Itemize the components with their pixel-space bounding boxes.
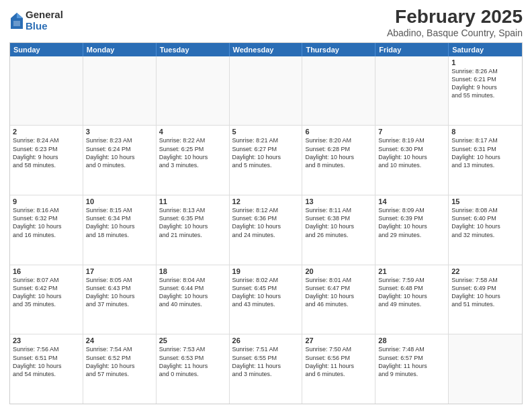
day-info: Sunrise: 8:09 AM Sunset: 6:39 PM Dayligh… — [378, 206, 445, 239]
day-info: Sunrise: 8:26 AM Sunset: 6:21 PM Dayligh… — [451, 67, 519, 100]
calendar: SundayMondayTuesdayWednesdayThursdayFrid… — [9, 42, 523, 404]
cal-row-5: 23Sunrise: 7:56 AM Sunset: 6:51 PM Dayli… — [10, 334, 522, 404]
day-info: Sunrise: 8:02 AM Sunset: 6:45 PM Dayligh… — [232, 276, 300, 309]
cal-header-saturday: Saturday — [449, 43, 522, 56]
cal-cell — [10, 56, 83, 126]
svg-marker-1 — [17, 13, 23, 18]
day-number: 6 — [305, 128, 372, 136]
day-info: Sunrise: 8:08 AM Sunset: 6:40 PM Dayligh… — [451, 206, 519, 239]
cal-cell — [83, 56, 157, 126]
day-info: Sunrise: 8:05 AM Sunset: 6:43 PM Dayligh… — [86, 276, 153, 309]
cal-cell: 5Sunrise: 8:21 AM Sunset: 6:27 PM Daylig… — [230, 126, 303, 195]
calendar-title: February 2025 — [387, 7, 523, 28]
cal-cell — [375, 56, 449, 126]
day-info: Sunrise: 8:16 AM Sunset: 6:32 PM Dayligh… — [13, 206, 80, 239]
day-info: Sunrise: 8:15 AM Sunset: 6:34 PM Dayligh… — [86, 206, 153, 239]
cal-cell: 17Sunrise: 8:05 AM Sunset: 6:43 PM Dayli… — [83, 265, 157, 334]
cal-header-monday: Monday — [83, 43, 157, 56]
logo-icon — [9, 11, 24, 30]
day-info: Sunrise: 7:50 AM Sunset: 6:56 PM Dayligh… — [305, 345, 372, 378]
cal-header-tuesday: Tuesday — [157, 43, 230, 56]
logo: General Blue — [9, 9, 63, 32]
day-info: Sunrise: 7:59 AM Sunset: 6:48 PM Dayligh… — [378, 276, 445, 309]
cal-header-wednesday: Wednesday — [230, 43, 303, 56]
cal-cell: 3Sunrise: 8:23 AM Sunset: 6:24 PM Daylig… — [83, 126, 157, 195]
day-number: 17 — [86, 267, 153, 275]
cal-cell: 10Sunrise: 8:15 AM Sunset: 6:34 PM Dayli… — [83, 195, 157, 265]
cal-cell: 8Sunrise: 8:17 AM Sunset: 6:31 PM Daylig… — [449, 126, 522, 195]
cal-cell: 20Sunrise: 8:01 AM Sunset: 6:47 PM Dayli… — [302, 265, 375, 334]
day-number: 9 — [13, 197, 80, 205]
day-number: 15 — [451, 197, 519, 205]
cal-header-friday: Friday — [375, 43, 449, 56]
day-number: 20 — [305, 267, 372, 275]
cal-cell: 13Sunrise: 8:11 AM Sunset: 6:38 PM Dayli… — [302, 195, 375, 265]
cal-cell: 18Sunrise: 8:04 AM Sunset: 6:44 PM Dayli… — [157, 265, 230, 334]
day-info: Sunrise: 8:21 AM Sunset: 6:27 PM Dayligh… — [232, 136, 300, 169]
day-info: Sunrise: 8:24 AM Sunset: 6:23 PM Dayligh… — [13, 136, 80, 169]
day-info: Sunrise: 8:13 AM Sunset: 6:35 PM Dayligh… — [159, 206, 226, 239]
cal-header-thursday: Thursday — [302, 43, 375, 56]
cal-row-4: 16Sunrise: 8:07 AM Sunset: 6:42 PM Dayli… — [10, 265, 522, 334]
day-info: Sunrise: 7:48 AM Sunset: 6:57 PM Dayligh… — [378, 345, 445, 378]
day-number: 23 — [13, 336, 80, 345]
calendar-body: 1Sunrise: 8:26 AM Sunset: 6:21 PM Daylig… — [10, 56, 522, 404]
cal-row-2: 2Sunrise: 8:24 AM Sunset: 6:23 PM Daylig… — [10, 125, 522, 195]
cal-row-1: 1Sunrise: 8:26 AM Sunset: 6:21 PM Daylig… — [10, 56, 522, 126]
cal-cell: 23Sunrise: 7:56 AM Sunset: 6:51 PM Dayli… — [10, 334, 83, 404]
day-info: Sunrise: 8:23 AM Sunset: 6:24 PM Dayligh… — [86, 136, 153, 169]
day-info: Sunrise: 8:04 AM Sunset: 6:44 PM Dayligh… — [159, 276, 226, 309]
cal-cell: 21Sunrise: 7:59 AM Sunset: 6:48 PM Dayli… — [375, 265, 449, 334]
day-number: 14 — [378, 197, 445, 205]
cal-cell: 4Sunrise: 8:22 AM Sunset: 6:25 PM Daylig… — [157, 126, 230, 195]
cal-cell: 19Sunrise: 8:02 AM Sunset: 6:45 PM Dayli… — [230, 265, 303, 334]
day-info: Sunrise: 7:56 AM Sunset: 6:51 PM Dayligh… — [13, 345, 80, 378]
cal-cell: 25Sunrise: 7:53 AM Sunset: 6:53 PM Dayli… — [157, 334, 230, 404]
day-number: 4 — [159, 128, 226, 136]
day-info: Sunrise: 8:20 AM Sunset: 6:28 PM Dayligh… — [305, 136, 372, 169]
logo-general-text: General — [26, 9, 63, 21]
day-number: 27 — [305, 336, 372, 345]
day-number: 22 — [451, 267, 519, 275]
cal-cell: 27Sunrise: 7:50 AM Sunset: 6:56 PM Dayli… — [302, 334, 375, 404]
cal-cell: 15Sunrise: 8:08 AM Sunset: 6:40 PM Dayli… — [449, 195, 522, 265]
calendar-subtitle: Abadino, Basque Country, Spain — [387, 28, 523, 38]
cal-cell: 24Sunrise: 7:54 AM Sunset: 6:52 PM Dayli… — [83, 334, 157, 404]
day-info: Sunrise: 8:22 AM Sunset: 6:25 PM Dayligh… — [159, 136, 226, 169]
day-info: Sunrise: 7:53 AM Sunset: 6:53 PM Dayligh… — [159, 345, 226, 378]
cal-cell: 14Sunrise: 8:09 AM Sunset: 6:39 PM Dayli… — [375, 195, 449, 265]
cal-cell: 2Sunrise: 8:24 AM Sunset: 6:23 PM Daylig… — [10, 126, 83, 195]
title-block: February 2025 Abadino, Basque Country, S… — [387, 7, 523, 38]
day-number: 16 — [13, 267, 80, 275]
day-number: 10 — [86, 197, 153, 205]
cal-row-3: 9Sunrise: 8:16 AM Sunset: 6:32 PM Daylig… — [10, 195, 522, 265]
day-info: Sunrise: 8:17 AM Sunset: 6:31 PM Dayligh… — [451, 136, 519, 169]
day-info: Sunrise: 8:01 AM Sunset: 6:47 PM Dayligh… — [305, 276, 372, 309]
day-number: 2 — [13, 128, 80, 136]
day-info: Sunrise: 8:19 AM Sunset: 6:30 PM Dayligh… — [378, 136, 445, 169]
day-number: 5 — [232, 128, 300, 136]
svg-rect-2 — [13, 21, 20, 26]
cal-cell: 6Sunrise: 8:20 AM Sunset: 6:28 PM Daylig… — [302, 126, 375, 195]
logo-blue-text: Blue — [26, 21, 63, 32]
cal-cell — [230, 56, 303, 126]
cal-cell — [157, 56, 230, 126]
day-number: 26 — [232, 336, 300, 345]
day-number: 24 — [86, 336, 153, 345]
cal-header-sunday: Sunday — [10, 43, 83, 56]
day-number: 19 — [232, 267, 300, 275]
cal-cell: 26Sunrise: 7:51 AM Sunset: 6:55 PM Dayli… — [230, 334, 303, 404]
cal-cell: 11Sunrise: 8:13 AM Sunset: 6:35 PM Dayli… — [157, 195, 230, 265]
day-number: 21 — [378, 267, 445, 275]
logo-text: General Blue — [26, 9, 63, 32]
cal-cell: 12Sunrise: 8:12 AM Sunset: 6:36 PM Dayli… — [230, 195, 303, 265]
header: General Blue February 2025 Abadino, Basq… — [9, 7, 523, 38]
cal-cell: 9Sunrise: 8:16 AM Sunset: 6:32 PM Daylig… — [10, 195, 83, 265]
day-number: 1 — [451, 58, 519, 66]
cal-cell: 7Sunrise: 8:19 AM Sunset: 6:30 PM Daylig… — [375, 126, 449, 195]
day-number: 8 — [451, 128, 519, 136]
day-number: 3 — [86, 128, 153, 136]
cal-cell: 22Sunrise: 7:58 AM Sunset: 6:49 PM Dayli… — [449, 265, 522, 334]
day-number: 7 — [378, 128, 445, 136]
calendar-header-row: SundayMondayTuesdayWednesdayThursdayFrid… — [10, 43, 522, 56]
